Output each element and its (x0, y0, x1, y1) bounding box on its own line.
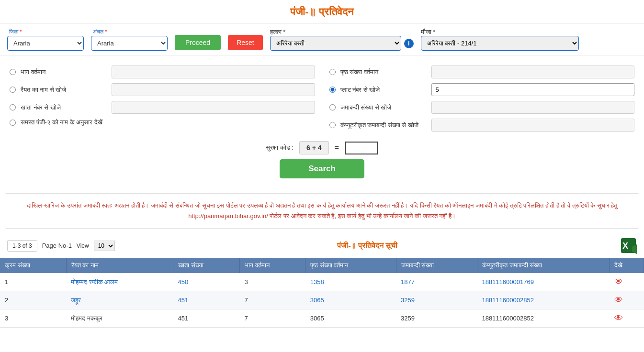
excel-icon[interactable]: X (620, 237, 637, 254)
jamabandi-input[interactable] (431, 101, 635, 114)
raiyat-input[interactable] (112, 83, 315, 96)
cell-bhag: 7 (240, 309, 305, 328)
captcha-row: सुरक्षा कोड : 6 + 4 = (10, 141, 634, 154)
jila-label: जिला * (7, 29, 84, 35)
cell-comp-jamabandi: 188111600002852 (477, 309, 609, 328)
raiyat-label: रैयत का नाम से खोजे (21, 86, 107, 94)
prishth-row: पृष्ठ संख्या वर्तमान (329, 63, 635, 81)
cell-comp-jamabandi[interactable]: 188111600001769 (477, 273, 609, 291)
table-row: 2 जहूर 451 7 3065 3259 188111600002852 👁 (0, 291, 644, 309)
jila-field: जिला * Araria (7, 29, 84, 51)
cell-bhag: 7 (240, 291, 305, 309)
khata-radio[interactable] (10, 104, 16, 110)
info-icon[interactable]: i (404, 39, 414, 48)
khata-label: खाता नंबर से खोजे (21, 104, 107, 111)
anchal-field: अंचल * Araria (91, 29, 168, 51)
comp-jamabandi-row: कंप्यूटरीकृत जमाबन्दी संख्या से खोजे (329, 116, 635, 134)
page-label: Page No-1 (42, 242, 72, 249)
cell-kram: 1 (0, 273, 66, 291)
results-table: क्रम संख्या रैयत का नाम खाता संख्या भाग … (0, 258, 644, 328)
plot-row: प्लाट नंबर से खोजे (329, 81, 635, 99)
khata-row: खाता नंबर से खोजे (10, 99, 315, 116)
pagination-range: 1-3 of 3 (7, 240, 37, 252)
anchal-select[interactable]: Araria (91, 36, 168, 51)
page-title: पंजी-॥ प्रतिवेदन (0, 0, 644, 23)
comp-jamabandi-label: कंप्यूटरीकृत जमाबन्दी संख्या से खोजे (340, 121, 427, 129)
jila-select[interactable]: Araria (7, 36, 84, 51)
bhag-label: भाग वर्तमान (21, 68, 107, 76)
halka-label: हल्का * (270, 28, 414, 36)
table-row: 1 मोहम्मद रफीक आलम 450 3 1358 1877 18811… (0, 273, 644, 291)
cell-khata: 451 (173, 309, 240, 328)
col-prishth: पृष्ठ संख्या वर्तमान (305, 258, 396, 273)
info-text: दाखिल-खारिज के उपरांत जमाबंदी स्वतः अद्य… (5, 193, 639, 229)
samasth-label: समस्त पंजी-२ को नाम के अनुसार देखें (21, 119, 107, 126)
cell-kram: 2 (0, 291, 66, 309)
halka-select[interactable]: अरिरेया बस्ती (270, 36, 401, 51)
prishth-input[interactable] (431, 66, 635, 78)
captcha-input[interactable] (345, 142, 378, 154)
bhag-row: भाग वर्तमान (10, 63, 315, 81)
anchal-label: अंचल * (91, 29, 168, 35)
view-icon[interactable]: 👁 (614, 313, 623, 323)
plot-input[interactable] (431, 83, 635, 96)
captcha-label: सुरक्षा कोड : (266, 144, 294, 152)
view-label: View (77, 242, 89, 249)
raiyat-row: रैयत का नाम से खोजे (10, 81, 315, 99)
col-bhag: भाग वर्तमान (240, 258, 305, 273)
cell-view[interactable]: 👁 (610, 273, 644, 291)
mouja-select[interactable]: अरिरेया बस्ती - 214/1 (421, 36, 579, 51)
prishth-radio[interactable] (329, 69, 336, 75)
comp-jamabandi-radio[interactable] (329, 122, 336, 128)
reset-button[interactable]: Reset (228, 35, 263, 50)
view-icon[interactable]: 👁 (614, 295, 623, 305)
plot-radio[interactable] (329, 87, 336, 93)
search-button[interactable]: Search (280, 159, 364, 178)
col-jamabandi: जमाबन्दी संख्या (396, 258, 477, 273)
cell-raiyat[interactable]: जहूर (66, 291, 173, 309)
bhag-radio[interactable] (10, 69, 16, 75)
proceed-button[interactable]: Proceed (175, 35, 221, 50)
bhag-input[interactable] (112, 66, 315, 78)
results-header: 1-3 of 3 Page No-1 View 10 पंजी-॥ प्रतिव… (0, 233, 644, 258)
svg-text:X: X (622, 241, 628, 251)
samasth-radio[interactable] (10, 120, 16, 126)
jamabandi-row: जमाबन्दी संख्या से खोजे (329, 99, 635, 116)
results-title: पंजी-॥ प्रतिवेदन सूची (120, 242, 615, 250)
cell-jamabandi[interactable]: 1877 (396, 273, 477, 291)
captcha-code: 6 + 4 (299, 141, 329, 154)
col-raiyat: रैयत का नाम (66, 258, 173, 273)
cell-bhag: 3 (240, 273, 305, 291)
cell-raiyat[interactable]: मोहम्मद रफीक आलम (66, 273, 173, 291)
mouja-label: मौजा * (421, 28, 579, 36)
view-select[interactable]: 10 (94, 241, 115, 251)
comp-jamabandi-input[interactable] (431, 119, 635, 132)
table-row: 3 मोहमद मकबूल 451 7 3065 3259 1881116000… (0, 309, 644, 328)
cell-khata[interactable]: 451 (173, 291, 240, 309)
cell-jamabandi: 3259 (396, 309, 477, 328)
col-comp-jamabandi: कंप्यूटरीकृत जमाबन्दी संख्या (477, 258, 609, 273)
search-form: भाग वर्तमान रैयत का नाम से खोजे खाता नंब… (0, 56, 644, 193)
cell-khata[interactable]: 450 (173, 273, 240, 291)
samasth-row: समस्त पंजी-२ को नाम के अनुसार देखें (10, 116, 315, 129)
cell-raiyat: मोहमद मकबूल (66, 309, 173, 328)
cell-jamabandi[interactable]: 3259 (396, 291, 477, 309)
khata-input[interactable] (112, 101, 315, 114)
cell-comp-jamabandi[interactable]: 188111600002852 (477, 291, 609, 309)
cell-prishth[interactable]: 1358 (305, 273, 396, 291)
jamabandi-label: जमाबन्दी संख्या से खोजे (340, 104, 427, 111)
top-controls: जिला * Araria अंचल * Araria Proceed Rese… (0, 23, 644, 56)
cell-prishth[interactable]: 3065 (305, 291, 396, 309)
view-icon[interactable]: 👁 (614, 277, 623, 286)
mouja-field: मौजा * अरिरेया बस्ती - 214/1 (421, 28, 579, 51)
plot-label: प्लाट नंबर से खोजे (340, 86, 427, 94)
raiyat-radio[interactable] (10, 87, 16, 93)
col-khata: खाता संख्या (173, 258, 240, 273)
captcha-equals: = (335, 143, 339, 152)
table-header-row: क्रम संख्या रैयत का नाम खाता संख्या भाग … (0, 258, 644, 273)
cell-prishth: 3065 (305, 309, 396, 328)
cell-kram: 3 (0, 309, 66, 328)
cell-view[interactable]: 👁 (610, 291, 644, 309)
jamabandi-radio[interactable] (329, 104, 336, 110)
cell-view[interactable]: 👁 (610, 309, 644, 328)
